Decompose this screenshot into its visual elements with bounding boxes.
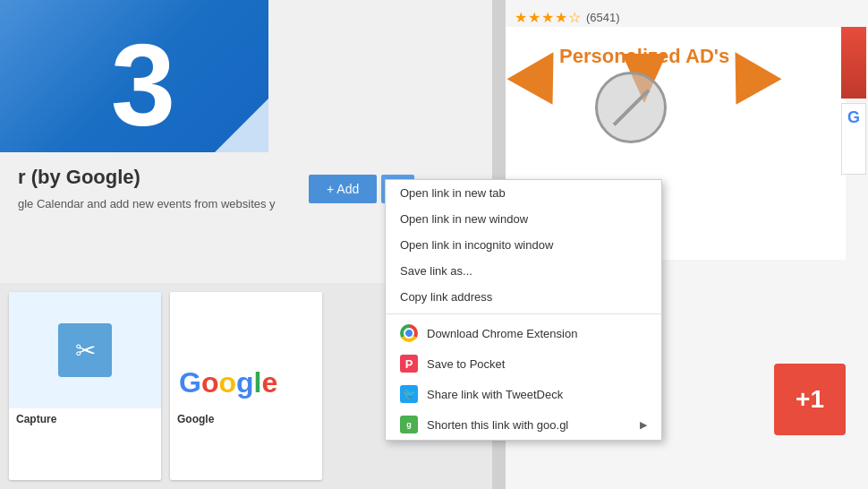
right-edge-cards: G (841, 27, 868, 296)
tweetdeck-icon-container: 🐦 (400, 385, 418, 403)
menu-item-copy-link[interactable]: Copy link address (386, 284, 661, 310)
menu-item-save-pocket[interactable]: P Save to Pocket (386, 348, 661, 379)
google-card: Google Google (170, 292, 322, 480)
rating-count: (6541) (586, 11, 620, 24)
ads-title: Personalized AD's (559, 45, 729, 68)
googl-icon: g (400, 416, 418, 433)
pocket-icon-container: P (400, 355, 418, 373)
chrome-extension-icon (400, 324, 418, 342)
add-button[interactable]: + Add (309, 175, 377, 203)
capture-label: Capture (9, 408, 161, 430)
menu-label-save-link: Save link as... (400, 264, 472, 278)
calendar-title: r (by Google) (18, 166, 295, 189)
menu-item-open-new-tab[interactable]: Open link in new tab (386, 180, 661, 206)
menu-item-open-new-window[interactable]: Open link in new window (386, 206, 661, 232)
plus-one-area: +1 (774, 364, 846, 435)
pocket-icon: P (400, 355, 418, 373)
google-card-label: Google (170, 408, 322, 430)
context-menu: Open link in new tab Open link in new wi… (385, 179, 662, 441)
menu-label-copy-link: Copy link address (400, 290, 492, 304)
chrome-icon (400, 324, 418, 342)
menu-label-download-extension: Download Chrome Extension (427, 327, 577, 340)
submenu-arrow-icon: ▶ (640, 419, 647, 431)
calendar-number: 3 (111, 27, 175, 143)
menu-label-share-tweetdeck: Share link with TweetDeck (427, 388, 563, 401)
menu-item-share-tweetdeck[interactable]: 🐦 Share link with TweetDeck (386, 379, 661, 409)
calendar-title-area: r (by Google) gle Calendar and add new e… (0, 152, 313, 226)
scissors-card: ✂ Capture (9, 292, 161, 480)
menu-item-save-link[interactable]: Save link as... (386, 258, 661, 284)
star-rating: ★★★★☆ (515, 9, 582, 26)
google-logo: Google (179, 366, 277, 399)
menu-divider (386, 313, 661, 314)
menu-label-open-new-window: Open link in new window (400, 212, 528, 226)
calendar-fold (215, 99, 268, 152)
calendar-desc: gle Calendar and add new events from web… (18, 196, 295, 212)
scissors-card-img: ✂ (9, 292, 161, 408)
menu-label-shorten-googl: Shorten this link with goo.gl (427, 418, 568, 432)
menu-item-download-extension[interactable]: Download Chrome Extension (386, 318, 661, 348)
no-ads-circle (595, 72, 667, 143)
menu-label-save-pocket: Save to Pocket (427, 357, 505, 371)
google-card-img: Google (170, 292, 322, 408)
googl-icon-container: g (400, 416, 418, 433)
tweetdeck-icon: 🐦 (400, 385, 418, 403)
plus-one-label: +1 (796, 385, 824, 414)
menu-item-shorten-googl[interactable]: g Shorten this link with goo.gl ▶ (386, 409, 661, 440)
g-edge-card: G (841, 103, 866, 175)
menu-label-open-incognito: Open link in incognito window (400, 238, 553, 252)
scissors-icon: ✂ (58, 323, 112, 377)
red-edge-card (841, 27, 866, 99)
menu-label-open-new-tab: Open link in new tab (400, 186, 506, 200)
menu-item-open-incognito[interactable]: Open link in incognito window (386, 232, 661, 258)
calendar-icon-area: 3 (0, 0, 268, 152)
no-ads-line (612, 89, 650, 126)
